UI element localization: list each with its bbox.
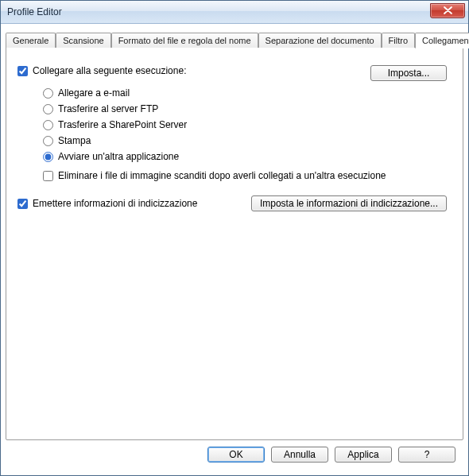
radio-label: Stampa: [58, 135, 91, 146]
tab-filtro[interactable]: Filtro: [382, 33, 415, 48]
tab-label: Filtro: [389, 36, 408, 45]
tab-label: Separazione del documento: [266, 36, 374, 45]
emit-index-checkbox-label: Emettere informazioni di indicizzazione: [33, 198, 197, 209]
tab-generale[interactable]: Generale: [6, 33, 56, 48]
radio-ftp-input[interactable]: [43, 104, 53, 114]
tab-strip: Generale Scansione Formato del file e re…: [6, 30, 463, 48]
link-section-header: Collegare alla seguente esecuzione: Impo…: [17, 65, 452, 81]
emit-index-checkbox[interactable]: Emettere informazioni di indicizzazione: [17, 198, 197, 209]
titlebar: Profile Editor: [1, 1, 468, 24]
window-title: Profile Editor: [7, 6, 430, 17]
apply-button[interactable]: Applica: [335, 447, 392, 462]
tab-label: Generale: [13, 36, 48, 45]
radio-print-input[interactable]: [43, 136, 53, 146]
link-checkbox-label: Collegare alla seguente esecuzione:: [33, 65, 186, 76]
delete-files-checkbox[interactable]: Eliminare i file di immagine scanditi do…: [43, 170, 452, 181]
emit-index-settings-button[interactable]: Imposta le informazioni di indicizzazion…: [251, 195, 447, 211]
tab-formato[interactable]: Formato del file e regola del nome: [111, 33, 258, 48]
link-radio-group: Allegare a e-mail Trasferire al server F…: [43, 87, 452, 162]
tab-separazione[interactable]: Separazione del documento: [258, 33, 382, 48]
radio-launch-app[interactable]: Avviare un'altra applicazione: [43, 151, 452, 162]
imposta-button[interactable]: Imposta...: [370, 65, 447, 81]
radio-label: Trasferire al server FTP: [58, 103, 158, 114]
tab-scansione[interactable]: Scansione: [56, 33, 110, 48]
link-checkbox[interactable]: Collegare alla seguente esecuzione:: [17, 65, 186, 76]
cancel-button[interactable]: Annulla: [271, 447, 328, 462]
delete-files-checkbox-input[interactable]: [43, 171, 53, 181]
profile-editor-window: Profile Editor Generale Scansione Format…: [0, 0, 469, 476]
radio-label: Allegare a e-mail: [58, 87, 130, 99]
tab-label: Formato del file e regola del nome: [118, 36, 251, 45]
emit-index-checkbox-input[interactable]: [17, 199, 28, 209]
tab-label: Collegamento: [422, 36, 469, 45]
tab-label: Scansione: [63, 36, 103, 45]
radio-label: Avviare un'altra applicazione: [58, 151, 179, 162]
close-button[interactable]: [430, 3, 465, 18]
tab-panel-collegamento: Collegare alla seguente esecuzione: Impo…: [6, 47, 463, 440]
radio-attach-email[interactable]: Allegare a e-mail: [43, 87, 452, 99]
client-area: Generale Scansione Formato del file e re…: [1, 24, 468, 475]
emit-index-section: Emettere informazioni di indicizzazione …: [17, 195, 452, 211]
radio-print[interactable]: Stampa: [43, 135, 452, 146]
radio-sharepoint-input[interactable]: [43, 120, 53, 130]
radio-ftp[interactable]: Trasferire al server FTP: [43, 103, 452, 114]
radio-label: Trasferire a SharePoint Server: [58, 119, 187, 130]
ok-button[interactable]: OK: [207, 447, 265, 462]
dialog-button-row: OK Annulla Applica ?: [6, 440, 463, 470]
radio-attach-email-input[interactable]: [43, 88, 53, 99]
tab-collegamento[interactable]: Collegamento: [415, 33, 469, 48]
help-button[interactable]: ?: [398, 447, 455, 462]
delete-files-checkbox-label: Eliminare i file di immagine scanditi do…: [58, 170, 386, 181]
link-checkbox-input[interactable]: [17, 66, 28, 76]
close-icon: [444, 6, 452, 14]
radio-launch-app-input[interactable]: [43, 152, 53, 162]
radio-sharepoint[interactable]: Trasferire a SharePoint Server: [43, 119, 452, 130]
